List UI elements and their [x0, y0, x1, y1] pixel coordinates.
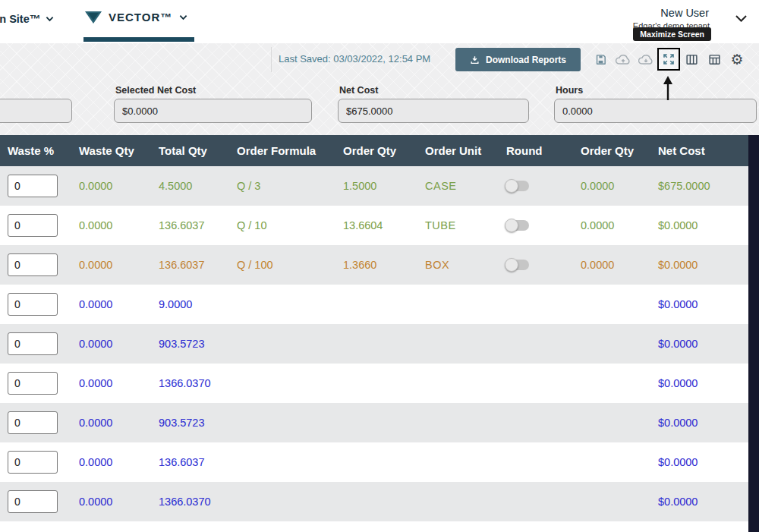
round-toggle[interactable] — [506, 220, 529, 231]
save-button[interactable] — [589, 47, 612, 71]
order-qty-cell — [335, 403, 417, 442]
vector-logo-icon — [85, 11, 102, 24]
waste-percent-input[interactable] — [8, 332, 58, 355]
maximize-tooltip: Maximize Screen — [633, 27, 711, 41]
order-unit-cell: CASE — [417, 166, 499, 206]
cloud-download-icon — [638, 53, 654, 66]
download-reports-label: Download Reports — [486, 55, 566, 65]
order-unit-cell — [417, 364, 499, 403]
round-cell — [499, 403, 573, 442]
round-cell — [499, 482, 573, 521]
order-qty-cell — [335, 364, 417, 403]
order-formula-cell — [229, 403, 335, 442]
selected-net-cost-label: Selected Net Cost — [115, 85, 196, 96]
toolbar-icons: ⚙ — [589, 47, 748, 71]
table-row: 0.00001366.0370$0.0000 — [0, 482, 748, 521]
order-qty-2-cell — [573, 364, 650, 403]
download-reports-button[interactable]: Download Reports — [455, 48, 581, 71]
waste-percent-cell — [0, 403, 71, 442]
cloud-download-button[interactable] — [635, 47, 657, 71]
order-unit-cell: TUBE — [417, 206, 499, 245]
top-bar: On Site™ VECTOR™ New User Edgar's demo t… — [0, 0, 759, 43]
net-cost-label: Net Cost — [339, 85, 378, 96]
total-qty-cell: 136.6037 — [151, 442, 229, 482]
order-qty-cell: 1.5000 — [335, 166, 417, 206]
waste-percent-input[interactable] — [8, 490, 58, 513]
waste-qty-cell: 0.0000 — [71, 206, 151, 245]
col-header-waste-qty: Waste Qty — [71, 135, 151, 166]
order-qty-2-cell — [573, 324, 650, 364]
settings-button[interactable]: ⚙ — [726, 47, 748, 71]
net-cost-cell: $0.0000 — [650, 245, 748, 285]
order-formula-cell: Q / 100 — [229, 245, 335, 285]
chevron-down-icon — [46, 16, 54, 22]
maximize-icon — [662, 52, 676, 66]
table-row: 0.0000136.6037Q / 1001.3660BOX0.0000$0.0… — [0, 245, 748, 285]
brand-tab-vector[interactable]: VECTOR™ — [85, 11, 187, 24]
order-qty-2-cell — [573, 285, 650, 324]
waste-percent-input[interactable] — [8, 293, 58, 316]
grid-columns-button[interactable] — [680, 47, 703, 71]
waste-qty-cell: 0.0000 — [71, 442, 151, 482]
net-cost-cell: $0.0000 — [650, 442, 748, 482]
waste-percent-cell — [0, 206, 71, 245]
waste-percent-cell — [0, 442, 71, 482]
hours-input[interactable] — [554, 99, 757, 123]
net-cost-cell: $0.0000 — [650, 324, 748, 364]
table-scrollbar[interactable] — [748, 135, 759, 532]
total-qty-cell: 1366.0370 — [151, 482, 229, 521]
order-formula-cell: Q / 10 — [229, 206, 335, 245]
last-saved-text: Last Saved: 03/03/2022, 12:54 PM — [279, 53, 430, 65]
selected-net-cost-input[interactable] — [114, 99, 312, 123]
table-columns-icon — [708, 53, 721, 66]
net-cost-input[interactable] — [338, 99, 529, 123]
round-toggle[interactable] — [506, 260, 529, 270]
waste-qty-cell: 0.0000 — [71, 245, 151, 285]
order-formula-cell — [229, 482, 335, 521]
net-cost-cell: $0.0000 — [650, 285, 748, 324]
order-formula-cell — [229, 285, 335, 324]
order-formula-cell — [229, 364, 335, 403]
col-header-order-qty: Order Qty — [335, 135, 417, 166]
total-qty-cell: 136.6037 — [151, 245, 229, 285]
left-partial-input[interactable] — [0, 99, 72, 123]
order-unit-cell — [417, 285, 499, 324]
col-header-round: Round — [499, 135, 573, 166]
table-body: 0.00004.5000Q / 31.5000CASE0.0000$675.00… — [0, 166, 759, 521]
waste-percent-input[interactable] — [8, 411, 58, 434]
toggle-knob — [505, 219, 518, 232]
toolbar-band: Last Saved: 03/03/2022, 12:54 PM Downloa… — [0, 43, 759, 135]
user-chevron-down-icon[interactable] — [735, 12, 748, 26]
round-cell — [499, 442, 573, 482]
net-cost-cell: $0.0000 — [650, 206, 748, 245]
waste-percent-input[interactable] — [8, 253, 58, 276]
order-qty-2-cell — [573, 403, 650, 442]
waste-percent-cell — [0, 324, 71, 364]
order-qty-cell — [335, 324, 417, 364]
round-cell — [499, 324, 573, 364]
total-qty-cell: 903.5723 — [151, 403, 229, 442]
waste-qty-cell: 0.0000 — [71, 364, 151, 403]
maximize-screen-button[interactable] — [657, 48, 680, 71]
waste-qty-cell: 0.0000 — [71, 324, 151, 364]
cloud-upload-icon — [615, 53, 631, 66]
brand-label: VECTOR™ — [109, 11, 172, 24]
waste-qty-cell: 0.0000 — [71, 166, 151, 206]
site-menu[interactable]: On Site™ — [0, 13, 54, 25]
cloud-upload-button[interactable] — [612, 47, 635, 71]
round-cell — [499, 245, 573, 285]
waste-percent-input[interactable] — [8, 214, 58, 237]
waste-percent-input[interactable] — [8, 175, 58, 197]
waste-percent-input[interactable] — [8, 372, 58, 395]
net-cost-cell: $0.0000 — [650, 364, 748, 403]
save-icon — [594, 53, 607, 66]
net-cost-cell: $0.0000 — [650, 482, 748, 521]
user-menu[interactable]: New User — [660, 7, 709, 19]
waste-percent-input[interactable] — [8, 451, 58, 474]
round-toggle[interactable] — [506, 181, 529, 191]
order-formula-cell — [229, 442, 335, 482]
table-row: 0.00001366.0370$0.0000 — [0, 364, 748, 403]
waste-percent-cell — [0, 285, 71, 324]
table-columns-button[interactable] — [703, 47, 726, 71]
col-header-order-qty-2: Order Qty — [573, 135, 650, 166]
